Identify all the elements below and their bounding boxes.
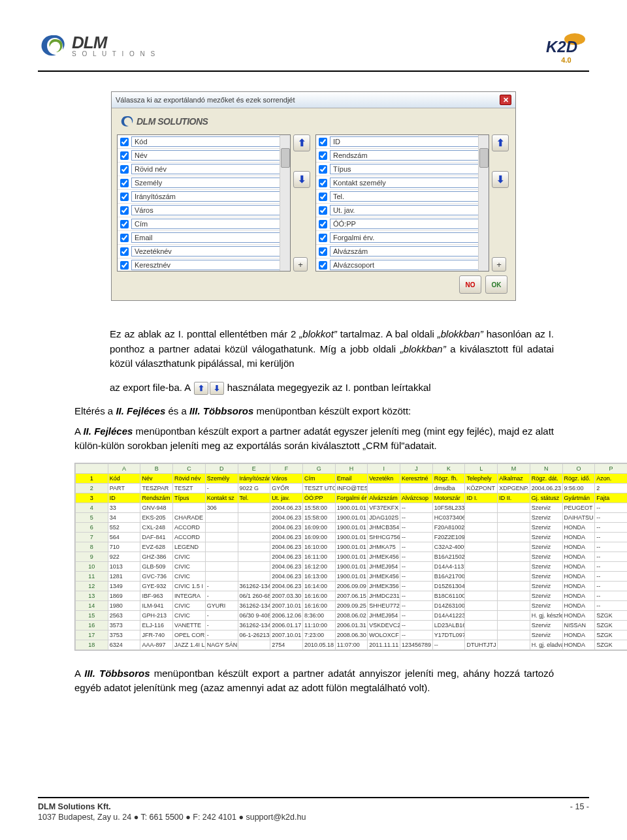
list-item[interactable]: Email — [118, 231, 290, 245]
arrow-down-icon: ⬇ — [210, 382, 224, 395]
list-item[interactable]: Város — [118, 204, 290, 217]
export-dialog: Válassza ki az exportálandó mezőket és e… — [111, 91, 516, 301]
field-label: Irányítószám — [131, 191, 289, 202]
field-label: Város — [131, 205, 289, 215]
move-up-button[interactable]: ⬆ — [293, 134, 310, 151]
k2d-icon: K2D — [543, 33, 589, 56]
list-item[interactable]: Irányítószám — [118, 190, 290, 204]
field-label: ÓÓ:PP — [330, 219, 487, 229]
field-label: Alvázcsoport — [330, 260, 487, 270]
field-checkbox[interactable] — [120, 261, 129, 270]
field-checkbox[interactable] — [319, 261, 327, 270]
svg-text:K2D: K2D — [546, 38, 577, 55]
field-checkbox[interactable] — [120, 165, 129, 174]
move-down-button[interactable]: ⬇ — [492, 171, 509, 188]
field-label: Rendszám — [330, 150, 487, 161]
dlm-logo: DLM S O L U T I O N S — [38, 33, 157, 59]
field-checkbox[interactable] — [120, 193, 129, 201]
field-label: ID — [330, 136, 487, 147]
ok-button[interactable]: OK — [485, 275, 507, 294]
field-checkbox[interactable] — [120, 151, 129, 160]
paragraph-2: az export file-ba. A ⬆⬇ használata megeg… — [110, 381, 554, 396]
list-item[interactable]: Ut. jav. — [316, 204, 489, 217]
list-item[interactable]: Keresztnév — [118, 258, 290, 272]
list-item[interactable]: Forgalmi érv. — [316, 231, 489, 245]
field-checkbox[interactable] — [120, 220, 129, 228]
list-item[interactable]: Személy — [118, 176, 290, 190]
field-checkbox[interactable] — [319, 193, 327, 201]
dialog-titlebar: Válassza ki az exportálandó mezőket és e… — [112, 92, 515, 108]
left-list[interactable]: KódNévRövid névSzemélyIrányítószámVárosC… — [117, 134, 291, 272]
dialog-title-text: Válassza ki az exportálandó mezőket és e… — [116, 96, 295, 104]
close-icon[interactable]: ✕ — [500, 95, 511, 105]
field-label: Név — [131, 150, 289, 161]
list-item[interactable]: Kód — [118, 135, 290, 149]
right-block: IDRendszámTípusKontakt személyTel.Ut. ja… — [315, 134, 510, 272]
field-checkbox[interactable] — [120, 179, 129, 187]
dlm-name: DLM — [72, 34, 157, 51]
list-item[interactable]: Kontakt személy — [316, 176, 489, 190]
field-label: Forgalmi érv. — [330, 232, 487, 243]
field-label: Vezetéknév — [131, 246, 289, 257]
arrow-up-icon: ⬆ — [194, 382, 208, 395]
field-label: Keresztnév — [131, 260, 289, 270]
scrollbar[interactable] — [478, 135, 489, 271]
swirl-icon — [38, 33, 68, 59]
move-down-button[interactable]: ⬇ — [293, 171, 310, 188]
add-button[interactable]: + — [492, 257, 506, 272]
paragraph-5: A III. Többsoros menüpontban készült exp… — [74, 666, 554, 696]
right-list[interactable]: IDRendszámTípusKontakt személyTel.Ut. ja… — [315, 134, 489, 272]
field-checkbox[interactable] — [120, 206, 129, 215]
left-block: KódNévRövid névSzemélyIrányítószámVárosC… — [117, 134, 312, 272]
field-checkbox[interactable] — [319, 220, 327, 228]
list-item[interactable]: Alvázszám — [316, 245, 489, 258]
field-label: Kontakt személy — [330, 178, 487, 188]
list-item[interactable]: ÓÓ:PP — [316, 217, 489, 231]
scrollbar[interactable] — [280, 135, 290, 271]
field-checkbox[interactable] — [319, 247, 327, 256]
dialog-logo: DLM SOLUTIONS — [120, 115, 510, 128]
list-item[interactable]: Rövid név — [118, 163, 290, 176]
add-button[interactable]: + — [293, 257, 308, 272]
no-button[interactable]: NO — [459, 275, 481, 294]
list-item[interactable]: Típus — [316, 163, 489, 176]
page-header: DLM S O L U T I O N S K2D 4.0 — [38, 33, 589, 64]
field-label: Személy — [131, 178, 289, 188]
swirl-icon — [120, 115, 134, 128]
excel-screenshot: ABCDEFGHIJKLMNOP1KódNévRövid névSzemélyI… — [74, 463, 627, 651]
field-checkbox[interactable] — [120, 247, 129, 256]
field-label: Kód — [131, 136, 289, 147]
list-item[interactable]: Tel. — [316, 190, 489, 204]
list-item[interactable]: Cím — [118, 217, 290, 231]
k2d-logo: K2D 4.0 — [543, 33, 589, 64]
page-number: - 15 - — [570, 802, 589, 822]
field-label: Alvázszám — [330, 246, 487, 257]
dlm-sub: S O L U T I O N S — [72, 51, 157, 57]
list-item[interactable]: Név — [118, 149, 290, 163]
field-checkbox[interactable] — [120, 234, 129, 242]
paragraph-3: Eltérés a II. Fejléces és a III. Többsor… — [74, 404, 554, 419]
field-label: Rövid név — [131, 164, 289, 174]
field-label: Email — [131, 232, 289, 243]
field-checkbox[interactable] — [319, 234, 327, 242]
field-checkbox[interactable] — [319, 179, 327, 187]
field-checkbox[interactable] — [319, 206, 327, 215]
page-footer: DLM Solutions Kft. 1037 Budapest, Zay u.… — [38, 797, 589, 822]
footer-address: 1037 Budapest, Zay u. 24 ● T: 661 5500 ●… — [38, 813, 306, 822]
list-item[interactable]: Alvázcsoport — [316, 258, 489, 272]
field-checkbox[interactable] — [120, 138, 129, 146]
paragraph-4: A II. Fejléces menüpontban készült expor… — [74, 424, 554, 454]
paragraph-1: Ez az ablak az I. ponttal ellentétben má… — [110, 327, 554, 371]
field-checkbox[interactable] — [319, 151, 327, 160]
list-item[interactable]: Rendszám — [316, 149, 489, 163]
field-checkbox[interactable] — [319, 138, 327, 146]
field-checkbox[interactable] — [319, 165, 327, 174]
list-item[interactable]: ID — [316, 135, 489, 149]
move-up-button[interactable]: ⬆ — [492, 134, 509, 151]
field-label: Cím — [131, 219, 289, 229]
field-label: Típus — [330, 164, 487, 174]
field-label: Tel. — [330, 191, 487, 202]
dialog-logo-text: DLM SOLUTIONS — [137, 116, 208, 127]
list-item[interactable]: Vezetéknév — [118, 245, 290, 258]
field-label: Ut. jav. — [330, 205, 487, 215]
